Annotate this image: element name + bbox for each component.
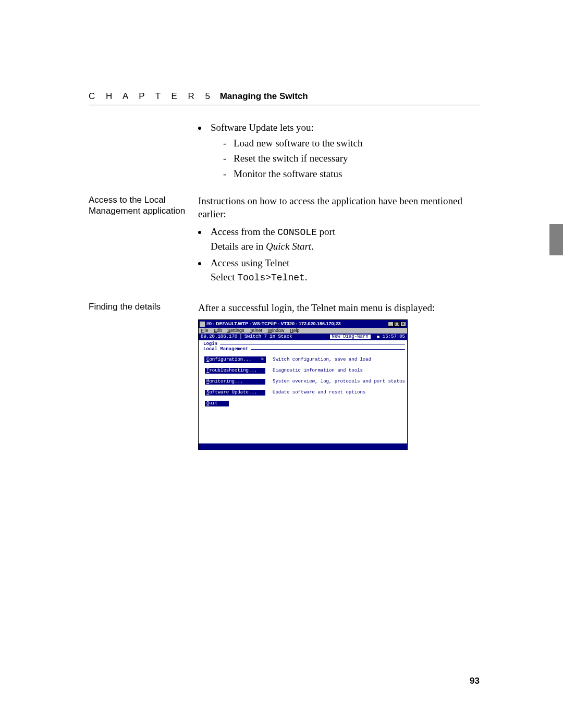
term-alarm: New Diag-Warn [330, 335, 371, 339]
block-finding: Finding the details After a successful l… [89, 301, 480, 451]
menu-desc-software-update: Update software and reset options [273, 390, 365, 395]
menu-item-configuration[interactable]: Configuration...> Switch configuration, … [205, 357, 405, 363]
menu-item-troubleshooting[interactable]: Troubleshooting... Diagnostic informatio… [205, 368, 405, 374]
chapter-number: C H A P T E R 5 [89, 91, 214, 101]
maximize-button[interactable]: ❐ [394, 322, 400, 327]
menu-window[interactable]: Window [268, 328, 285, 333]
access-bullet-telnet: Access using Telnet Select Tools>Telnet. [207, 256, 480, 285]
frame-local-mgmt-label: Local Management [202, 347, 250, 352]
minimize-button[interactable]: _ [388, 322, 394, 327]
menu-item-quit[interactable]: Quit [205, 401, 405, 406]
access-bullet-console: Access from the CONSOLE port Details are… [207, 225, 480, 253]
sw-update-item-2: Reset the switch if necessary [223, 152, 480, 165]
term-time: 15:57:05 [383, 335, 405, 339]
running-header: C H A P T E R 5 Managing the Switch [89, 91, 480, 105]
chapter-title: Managing the Switch [220, 91, 308, 101]
page: C H A P T E R 5 Managing the Switch Soft… [0, 0, 563, 728]
access-b1-sub-post: . [311, 241, 314, 252]
access-b2-sub-pre: Select [211, 272, 237, 282]
access-b2-sub-code: Tools>Telnet [237, 273, 305, 283]
menu-edit[interactable]: Edit [214, 328, 222, 333]
menu-settings[interactable]: Settings [227, 328, 244, 333]
bullet-sw-update: Software Update lets you: Load new softw… [207, 121, 480, 181]
margin-finding: Finding the details [89, 301, 198, 451]
margin-access: Access to the Local Management applicati… [89, 194, 198, 288]
term-ip: 89.20.186.170 [201, 335, 237, 339]
menu-item-monitoring[interactable]: Monitoring... System overview, log, prot… [205, 379, 405, 385]
page-number: 93 [470, 676, 480, 686]
sw-update-item-1: Load new software to the switch [223, 137, 480, 150]
menu-file[interactable]: File [201, 328, 209, 333]
menu-desc-configuration: Switch configuration, save and load [273, 357, 371, 362]
terminal-header: 89.20.186.170 | Switch 7 in Stack New Di… [199, 334, 407, 340]
terminal-body: Login Local Management Configuration...>… [199, 340, 407, 443]
access-b1-pre: Access from the [211, 226, 277, 237]
margin-empty [89, 121, 198, 183]
access-b1-post: port [317, 226, 335, 237]
menu-bar: File Edit Settings Telnet Window Help [199, 328, 407, 334]
access-b1-sub-pre: Details are in [211, 241, 266, 252]
app-icon [200, 322, 205, 327]
window-titlebar[interactable]: #0 - DEFAULT.WTP - WS-TCP/IP - VT320 - 1… [199, 320, 407, 328]
status-dot-icon [377, 336, 380, 338]
menu-telnet[interactable]: Telnet [250, 328, 262, 333]
window-title: #0 - DEFAULT.WTP - WS-TCP/IP - VT320 - 1… [206, 322, 388, 326]
body: Software Update lets you: Load new softw… [89, 121, 480, 460]
menu-desc-troubleshooting: Diagnostic information and tools [273, 368, 363, 373]
thumb-tab [549, 224, 563, 255]
block-software-update: Software Update lets you: Load new softw… [89, 121, 480, 183]
text-access: Instructions on how to access the applic… [198, 194, 480, 288]
text-finding: After a successful login, the Telnet mai… [198, 301, 480, 451]
access-b2-sub-post: . [305, 272, 308, 282]
text-software-update: Software Update lets you: Load new softw… [198, 121, 480, 183]
close-button[interactable]: ✕ [400, 322, 406, 327]
menu-item-software-update[interactable]: Software Update... Update software and r… [205, 390, 405, 396]
access-intro: Instructions on how to access the applic… [198, 194, 480, 221]
screenshot-telnet-window: #0 - DEFAULT.WTP - WS-TCP/IP - VT320 - 1… [198, 319, 408, 450]
sw-update-item-3: Monitor the software status [223, 167, 480, 181]
menu-list: Configuration...> Switch configuration, … [205, 357, 405, 406]
term-title: Switch 7 in Stack [244, 335, 330, 339]
block-access: Access to the Local Management applicati… [89, 194, 480, 288]
terminal-statusbar [199, 443, 407, 450]
menu-help[interactable]: Help [290, 328, 300, 333]
menu-desc-monitoring: System overview, log, protocols and port… [273, 379, 405, 384]
finding-text: After a successful login, the Telnet mai… [198, 301, 480, 315]
sw-update-intro: Software Update lets you: [211, 122, 314, 133]
access-b1-code: CONSOLE [277, 227, 317, 238]
access-b1-sub-ital: Quick Start [266, 241, 311, 252]
frame-login-label: Login [202, 342, 219, 347]
access-b2: Access using Telnet [211, 257, 289, 268]
